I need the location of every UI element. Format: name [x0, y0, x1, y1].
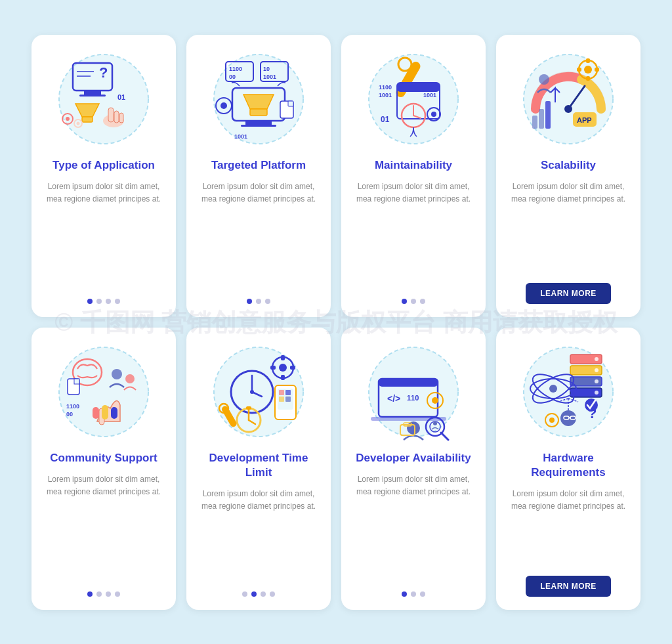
dot-1 [247, 299, 252, 304]
dot-1 [242, 591, 247, 597]
svg-text:10: 10 [263, 66, 270, 72]
svg-text:1100: 1100 [229, 66, 242, 72]
svg-text:01: 01 [117, 93, 125, 101]
svg-rect-72 [111, 407, 117, 419]
svg-rect-43 [397, 83, 440, 92]
svg-text:00: 00 [229, 74, 236, 80]
card-title-scalability: Scalability [541, 158, 596, 173]
dot-2 [411, 299, 416, 304]
svg-point-54 [584, 66, 592, 74]
svg-point-17 [77, 121, 80, 125]
svg-rect-56 [586, 76, 590, 81]
svg-line-112 [441, 433, 448, 440]
dot-3 [106, 299, 111, 304]
svg-point-121 [595, 368, 598, 372]
dot-3 [420, 591, 425, 597]
card-title-developer-availability: Developer Availability [356, 451, 471, 465]
svg-text:1001: 1001 [423, 92, 436, 98]
svg-point-107 [432, 397, 438, 404]
dot-2 [411, 591, 416, 597]
svg-point-127 [549, 385, 557, 393]
svg-rect-12 [119, 113, 123, 123]
svg-text:1001: 1001 [234, 133, 247, 140]
icon-targeted-platform: 1100 00 10 1001 1001 [206, 47, 311, 152]
dot-4 [270, 591, 275, 597]
svg-point-108 [407, 421, 420, 435]
svg-rect-64 [545, 101, 551, 129]
card-body-developer-availability: Lorem ipsum dolor sit dim amet, mea regi… [352, 473, 475, 582]
svg-text:00: 00 [66, 411, 73, 418]
svg-rect-85 [281, 375, 285, 380]
svg-text:?: ? [99, 64, 108, 81]
svg-rect-11 [114, 111, 119, 123]
svg-rect-70 [93, 407, 99, 419]
svg-rect-8 [82, 117, 93, 122]
svg-text:1001: 1001 [263, 74, 276, 80]
svg-rect-27 [241, 125, 276, 127]
svg-rect-97 [246, 406, 251, 410]
svg-rect-2 [84, 91, 101, 95]
learn-more-button-scalability[interactable]: LEARN MORE [526, 283, 611, 304]
dot-1 [402, 299, 407, 304]
svg-rect-10 [108, 108, 114, 122]
dot-2 [251, 591, 257, 597]
svg-text:110: 110 [407, 394, 419, 402]
svg-rect-93 [285, 397, 291, 402]
svg-rect-102 [379, 379, 438, 387]
svg-point-122 [595, 379, 598, 383]
svg-point-81 [250, 390, 254, 394]
svg-rect-84 [281, 355, 285, 360]
svg-rect-3 [79, 95, 106, 97]
dots-type-of-application [87, 299, 120, 304]
dot-1 [87, 591, 93, 597]
dot-1 [87, 299, 93, 304]
svg-rect-91 [285, 390, 291, 395]
svg-point-123 [595, 391, 598, 395]
svg-rect-62 [532, 116, 537, 129]
dots-maintainability [402, 299, 425, 304]
icon-scalability: APP [516, 47, 621, 152]
dot-2 [256, 299, 261, 304]
dot-4 [115, 591, 120, 597]
card-title-targeted-platform: Targeted Platform [211, 158, 306, 173]
dots-targeted-platform [247, 299, 270, 304]
dot-2 [96, 299, 102, 304]
dot-1 [402, 591, 407, 597]
svg-rect-87 [290, 366, 295, 370]
svg-point-69 [125, 374, 135, 383]
svg-rect-29 [250, 109, 267, 116]
svg-text:01: 01 [381, 115, 390, 124]
card-body-development-time-limit: Lorem ipsum dolor sit dim amet, mea regi… [197, 488, 320, 582]
svg-rect-26 [245, 121, 272, 125]
card-type-of-application: ? 01 Type of Application Lorem ipsum dol… [32, 35, 176, 317]
card-body-scalability: Lorem ipsum dolor sit dim amet, mea regi… [507, 181, 630, 274]
svg-rect-76 [74, 379, 79, 384]
svg-point-68 [112, 369, 122, 379]
dot-3 [106, 591, 111, 597]
card-title-hardware-requirements: Hardware Requirements [507, 451, 630, 480]
svg-text:1100: 1100 [66, 403, 79, 410]
card-body-hardware-requirements: Lorem ipsum dolor sit dim amet, mea regi… [507, 488, 630, 567]
svg-text:1001: 1001 [379, 92, 392, 98]
card-title-development-time-limit: Development Time Limit [197, 451, 320, 480]
icon-community-support: 1100 00 [51, 339, 156, 444]
card-development-time-limit: Development Time Limit Lorem ipsum dolor… [186, 328, 331, 610]
svg-point-114 [433, 421, 437, 425]
svg-point-128 [560, 410, 576, 426]
svg-rect-58 [595, 68, 599, 72]
card-title-type-of-application: Type of Application [52, 158, 155, 173]
card-title-maintainability: Maintainability [375, 158, 452, 173]
learn-more-button-hardware[interactable]: LEARN MORE [526, 576, 611, 597]
card-maintainability: 1100 1001 1100 1001 01 Mai [341, 35, 486, 317]
card-community-support: 1100 00 Community Support Lorem ipsum do… [32, 328, 176, 610]
dot-3 [261, 591, 266, 597]
dots-development-time-limit [242, 591, 275, 597]
svg-text:1100: 1100 [379, 84, 392, 91]
card-grid: ? 01 Type of Application Lorem ipsum dol… [32, 35, 640, 610]
svg-point-120 [595, 357, 598, 361]
svg-rect-71 [102, 405, 108, 419]
dot-2 [96, 591, 102, 597]
svg-point-48 [431, 112, 436, 117]
card-body-type-of-application: Lorem ipsum dolor sit dim amet, mea regi… [42, 181, 165, 290]
svg-rect-63 [539, 109, 544, 129]
